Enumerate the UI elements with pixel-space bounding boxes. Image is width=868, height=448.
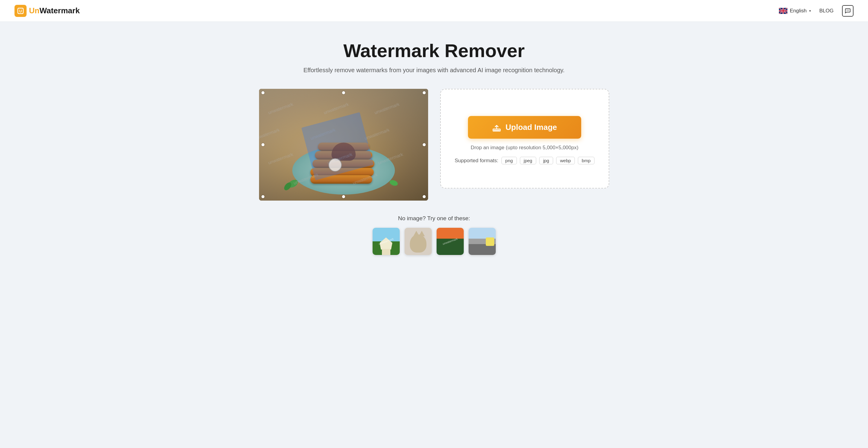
upload-icon [492, 123, 501, 132]
image-preview: unwatermark unwatermark unwatermark unwa… [259, 89, 428, 201]
image-preview-container: unwatermark unwatermark unwatermark unwa… [259, 89, 428, 201]
corner-dot [423, 195, 426, 198]
sample-image-3[interactable]: unwatermark [437, 228, 464, 255]
svg-point-5 [848, 10, 849, 10]
header: U UnWatermark English ▾ BLOG [0, 0, 868, 22]
format-png: png [501, 157, 517, 165]
blog-link[interactable]: BLOG [819, 8, 834, 14]
samples-section: No image? Try one of these: unwatermark … [373, 215, 496, 255]
preview-image: unwatermark unwatermark unwatermark unwa… [259, 89, 428, 201]
upload-button[interactable]: Upload Image [468, 116, 581, 139]
logo-text: UnWatermark [29, 6, 80, 16]
logo-icon: U [14, 5, 27, 17]
chat-bubble-icon [845, 8, 851, 14]
sample-watermark-text: unwatermark [442, 237, 458, 245]
formats-row: Supported formats: png jpeg jpg webp bmp [455, 157, 594, 165]
sample-image-2[interactable] [405, 228, 432, 255]
feedback-button[interactable] [842, 5, 854, 17]
svg-point-3 [846, 10, 847, 10]
upload-button-label: Upload Image [505, 123, 557, 132]
format-bmp: bmp [578, 157, 594, 165]
edge-dot [423, 143, 426, 146]
corner-dot [423, 91, 426, 94]
logo-suffix: Watermark [39, 6, 80, 15]
chevron-down-icon: ▾ [809, 9, 811, 13]
language-label: English [790, 8, 807, 14]
drop-instruction: Drop an image (upto resolution 5,000×5,0… [471, 145, 579, 151]
uk-flag-icon [779, 8, 787, 14]
page-subtitle: Effortlessly remove watermarks from your… [303, 67, 565, 74]
two-column-section: unwatermark unwatermark unwatermark unwa… [223, 89, 646, 201]
svg-text:U: U [19, 9, 22, 13]
edge-dot [261, 143, 265, 146]
language-selector[interactable]: English ▾ [779, 8, 811, 14]
edge-dot [342, 91, 345, 94]
selection-handle [329, 158, 342, 172]
format-jpg: jpg [539, 157, 553, 165]
header-right: English ▾ BLOG [779, 5, 854, 17]
edge-dot [342, 195, 345, 198]
sample-image-1[interactable]: unwatermark [373, 228, 400, 255]
samples-row: unwatermark unwatermark [373, 228, 496, 255]
format-jpeg: jpeg [520, 157, 536, 165]
upload-dropzone[interactable]: Upload Image Drop an image (upto resolut… [440, 89, 609, 188]
logo[interactable]: U UnWatermark [14, 5, 80, 17]
sample-image-4[interactable] [469, 228, 496, 255]
corner-dot [261, 91, 265, 94]
samples-label: No image? Try one of these: [398, 215, 470, 222]
formats-label: Supported formats: [455, 158, 498, 164]
svg-point-4 [847, 10, 848, 10]
logo-prefix: Un [29, 6, 39, 15]
main-content: Watermark Remover Effortlessly remove wa… [0, 22, 868, 273]
format-webp: webp [556, 157, 575, 165]
corner-dot [261, 195, 265, 198]
page-title: Watermark Remover [343, 40, 525, 61]
